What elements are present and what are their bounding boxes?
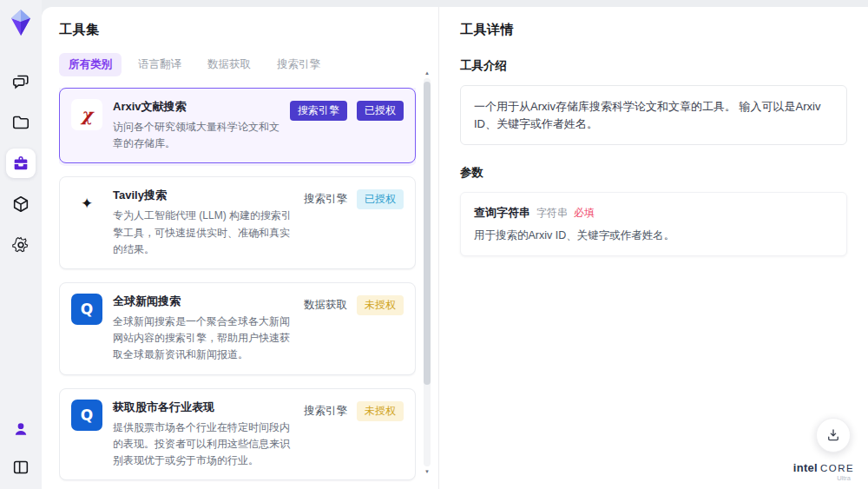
tool-card-list: χ Arxiv文献搜索 访问各个研究领域大量科学论文和文章的存储库。 搜索引擎 … [59,88,416,489]
tool-detail-pane: 工具详情 工具介绍 一个用于从Arxiv存储库搜索科学论文和文章的工具。 输入可… [438,7,868,489]
detail-title: 工具详情 [460,22,847,38]
category-tabs: 所有类别 语言翻译 数据获取 搜索引擎 [59,53,416,76]
stock-sector-icon: Q [71,400,102,431]
list-scrollbar: ▲ ▼ [423,69,431,475]
status-badge: 已授权 [357,189,404,209]
sidebar-item-chat[interactable] [6,67,36,96]
category-label: 数据获取 [304,295,347,313]
param-name: 查询字符串 [474,205,530,221]
intel-core-logo: intel CORE Ultra [793,462,854,482]
app-logo [7,8,35,37]
scroll-up-arrow[interactable]: ▲ [424,69,430,76]
scroll-down-arrow[interactable]: ▼ [424,468,430,475]
param-card: 查询字符串 字符串 必填 用于搜索的Arxiv ID、关键字或作者姓名。 [460,192,847,256]
tool-intro-text: 一个用于从Arxiv存储库搜索科学论文和文章的工具。 输入可以是Arxiv ID… [460,85,847,145]
brand-intel-text: intel [793,462,818,474]
tool-list-pane: 工具集 所有类别 语言翻译 数据获取 搜索引擎 χ Arxiv文献搜索 访问各个… [42,7,438,489]
toolbox-icon [11,154,30,173]
params-section-header: 参数 [460,165,847,181]
category-badge: 搜索引擎 [290,101,347,121]
tool-card-global-news[interactable]: Q 全球新闻搜索 全球新闻搜索是一个聚合全球各大新闻网站内容的搜索引擎，帮助用户… [59,282,416,375]
user-icon [12,420,30,438]
param-type: 字符串 [536,206,568,221]
status-badge: 未授权 [357,295,404,315]
brand-core-text: CORE [820,463,854,473]
tool-name: Tavily搜索 [113,188,293,203]
tavily-icon: ✦ [71,188,102,219]
download-icon [825,427,841,443]
app-window: 工具集 所有类别 语言翻译 数据获取 搜索引擎 χ Arxiv文献搜索 访问各个… [0,0,868,489]
tool-description: 访问各个研究领域大量科学论文和文章的存储库。 [113,119,279,152]
page-title: 工具集 [59,22,416,38]
tab-translation[interactable]: 语言翻译 [128,53,191,76]
scrollbar-track[interactable] [424,78,431,466]
sidebar-item-collapse[interactable] [6,453,36,482]
cube-icon [11,195,30,214]
tool-name: Arxiv文献搜索 [113,99,279,115]
scrollbar-thumb[interactable] [424,82,431,385]
category-label: 搜索引擎 [304,189,347,207]
tool-description: 专为人工智能代理 (LLM) 构建的搜索引擎工具，可快速提供实时、准确和真实的结… [113,208,293,258]
status-badge: 未授权 [357,401,404,421]
sidebar-item-models[interactable] [6,189,36,219]
sidebar-item-settings[interactable] [6,230,36,260]
param-description: 用于搜索的Arxiv ID、关键字或作者姓名。 [474,228,833,243]
tab-all-categories[interactable]: 所有类别 [59,53,122,76]
sidebar-item-files[interactable] [6,108,36,137]
download-button[interactable] [816,418,851,453]
tool-name: 获取股市各行业表现 [113,400,293,415]
rail-nav [6,67,36,260]
tab-search-engine[interactable]: 搜索引擎 [267,53,330,76]
brand-ultra-text: Ultra [793,475,854,482]
tool-card-tavily[interactable]: ✦ Tavily搜索 专为人工智能代理 (LLM) 构建的搜索引擎工具，可快速提… [59,176,416,269]
sidebar-item-account[interactable] [6,414,36,444]
settings-icon [11,235,30,254]
tool-name: 全球新闻搜索 [113,294,293,309]
chat-icon [11,72,30,91]
tool-description: 全球新闻搜索是一个聚合全球各大新闻网站内容的搜索引擎，帮助用户快速获取全球最新资… [113,314,293,364]
category-label: 搜索引擎 [304,401,347,419]
left-rail [0,0,42,489]
main-content: 工具集 所有类别 语言翻译 数据获取 搜索引擎 χ Arxiv文献搜索 访问各个… [42,7,868,489]
arxiv-icon: χ [71,99,102,130]
folder-icon [11,113,30,132]
param-required-badge: 必填 [574,206,595,221]
tool-card-arxiv[interactable]: χ Arxiv文献搜索 访问各个研究领域大量科学论文和文章的存储库。 搜索引擎 … [59,88,416,163]
panel-icon [11,458,30,477]
sidebar-item-tools[interactable] [6,149,36,178]
global-news-icon: Q [71,294,102,325]
tab-data-fetch[interactable]: 数据获取 [198,53,260,76]
intro-section-header: 工具介绍 [460,58,847,74]
rail-bottom [6,414,36,482]
tool-card-stock-sector[interactable]: Q 获取股市各行业表现 提供股票市场各个行业在特定时间段内的表现。投资者可以利用… [59,388,416,481]
status-badge: 已授权 [357,101,404,121]
tool-description: 提供股票市场各个行业在特定时间段内的表现。投资者可以利用这些信息来识别表现优于或… [113,420,293,470]
